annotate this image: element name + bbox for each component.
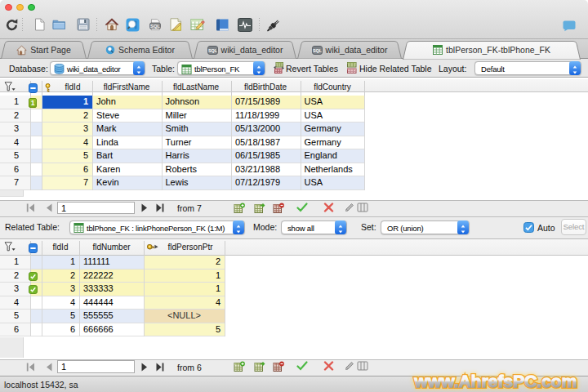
svg-text:www.AhrefsPC.com: www.AhrefsPC.com bbox=[414, 372, 577, 390]
svg-text:SQL: SQL bbox=[208, 47, 218, 52]
svg-text:SQL: SQL bbox=[150, 24, 160, 29]
svg-text:SQL: SQL bbox=[313, 47, 323, 52]
